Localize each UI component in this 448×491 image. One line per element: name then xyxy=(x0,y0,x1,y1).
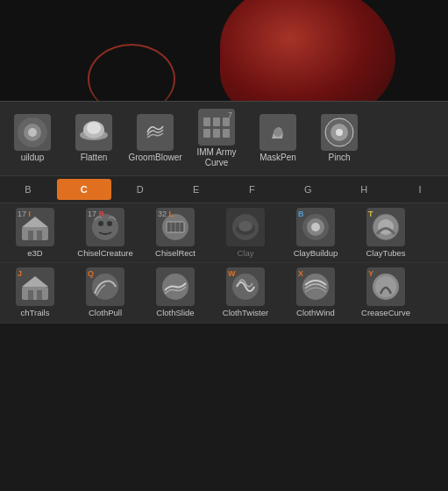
clay-label: Clay xyxy=(237,248,253,258)
clothpull-hotkey: Q xyxy=(88,269,94,278)
brush-chiselcreature-icon: 17 R xyxy=(86,208,124,246)
brush-clay-icon xyxy=(226,208,265,246)
brush-clothwind[interactable]: X ClothWind xyxy=(281,265,351,320)
brush-chtrails-icon: J xyxy=(16,267,54,306)
creasecurve-label: CreaseCurve xyxy=(361,308,410,317)
svg-point-24 xyxy=(107,221,112,226)
brush-imm-army-curve[interactable]: 7 IMM Army Curve xyxy=(186,105,247,172)
svg-point-32 xyxy=(238,221,252,231)
brush-groomblower-icon xyxy=(137,114,174,151)
brush-clothwind-icon: X xyxy=(296,267,335,306)
brush-maskpen-label: MaskPen xyxy=(260,153,296,163)
chiselrect-hotkey: 32 L xyxy=(158,210,174,218)
brush-maskpen-icon xyxy=(260,114,296,151)
svg-point-2 xyxy=(28,128,37,137)
svg-rect-10 xyxy=(203,129,210,138)
svg-rect-41 xyxy=(37,290,42,300)
3d-object xyxy=(220,0,395,101)
brush-imm-label: IMM Army Curve xyxy=(188,147,245,168)
brush-flatten[interactable]: Flatten xyxy=(63,110,124,167)
clothwind-hotkey: X xyxy=(298,269,303,278)
svg-point-23 xyxy=(98,221,103,226)
brush-claytubes-icon: T xyxy=(366,208,405,246)
brush-chiselrect[interactable]: 32 L ChiselRect xyxy=(140,205,210,260)
claybuildup-label: ClayBuildup xyxy=(294,248,338,258)
brush-claybuildup[interactable]: B ClayBuildup xyxy=(281,205,351,260)
svg-rect-39 xyxy=(22,287,48,300)
alpha-btn-d[interactable]: D xyxy=(113,179,167,200)
clothslide-label: ClothSlide xyxy=(156,308,194,317)
svg-point-5 xyxy=(87,122,101,134)
clothtwister-hotkey: W xyxy=(228,269,236,278)
brush-pinch[interactable]: Pinch xyxy=(309,110,370,167)
svg-rect-21 xyxy=(37,231,42,240)
brush-groomblower[interactable]: GroomBlower xyxy=(124,110,186,167)
top-brush-row: uildup Flatten Gr xyxy=(0,102,448,176)
brush-chiselcreature[interactable]: 17 R ChiselCreature xyxy=(70,205,140,260)
brush-chiselrect-icon: 32 L xyxy=(156,208,195,246)
imm-num-badge: 7 xyxy=(228,110,232,119)
brush-clothpull[interactable]: Q ClothPull xyxy=(70,265,140,320)
brush-maskpen[interactable]: MaskPen xyxy=(247,110,309,167)
clothwind-label: ClothWind xyxy=(296,308,335,317)
brush-clay[interactable]: Clay xyxy=(210,205,281,260)
brush-clothpull-icon: Q xyxy=(86,267,124,306)
clothpull-label: ClothPull xyxy=(89,308,122,317)
brush-flatten-label: Flatten xyxy=(81,153,108,163)
alpha-btn-c[interactable]: C xyxy=(57,179,111,200)
brush-flatten-icon xyxy=(75,114,112,151)
alpha-btn-g[interactable]: G xyxy=(281,179,335,200)
claytubes-hotkey: T xyxy=(368,210,373,218)
e3d-hotkey: 17 I xyxy=(18,210,31,218)
svg-rect-8 xyxy=(213,117,220,126)
svg-point-42 xyxy=(92,274,118,300)
svg-rect-7 xyxy=(203,117,210,126)
brush-claybuildup-icon: B xyxy=(296,208,335,246)
svg-rect-11 xyxy=(213,129,220,138)
e3d-label: e3D xyxy=(27,248,42,258)
svg-point-17 xyxy=(336,129,343,136)
brush-groomblower-label: GroomBlower xyxy=(128,153,181,163)
brush-pinch-label: Pinch xyxy=(328,153,350,163)
clothtwister-label: ClothTwister xyxy=(223,308,268,317)
chtrails-label: chTrails xyxy=(21,308,50,317)
svg-point-6 xyxy=(142,119,168,146)
brush-clothtwister-icon: W xyxy=(226,267,265,306)
brush-creasecurve[interactable]: Y CreaseCurve xyxy=(351,265,421,320)
brush-claytubes[interactable]: T ClayTubes xyxy=(351,205,421,260)
viewport-background xyxy=(0,0,448,101)
brush-buildup-label: uildup xyxy=(21,153,45,163)
svg-rect-20 xyxy=(28,231,33,240)
brush-pinch-icon xyxy=(321,114,358,151)
brush-buildup-icon xyxy=(14,114,51,151)
claybuildup-hotkey: B xyxy=(298,210,304,218)
alpha-btn-h[interactable]: H xyxy=(337,179,391,200)
alpha-filter-row: B C D E F G H I xyxy=(0,176,448,203)
chiselcreature-label: ChiselCreature xyxy=(77,248,132,258)
claytubes-label: ClayTubes xyxy=(366,248,405,258)
alpha-btn-b[interactable]: B xyxy=(1,179,55,200)
brush-grid-row-2: J chTrails Q ClothPull xyxy=(0,263,448,323)
creasecurve-hotkey: Y xyxy=(368,269,373,278)
svg-rect-19 xyxy=(22,227,48,240)
brush-buildup[interactable]: uildup xyxy=(2,110,63,167)
brush-clothslide-icon xyxy=(156,267,195,306)
brush-clothslide[interactable]: ClothSlide xyxy=(140,265,210,320)
chiselrect-label: ChiselRect xyxy=(155,248,196,258)
brush-grid-row-1: 17 I e3D 17 R xyxy=(0,203,448,263)
curve-circle xyxy=(88,44,175,101)
brush-e3d-icon: 17 I xyxy=(16,208,54,246)
brush-clothtwister[interactable]: W ClothTwister xyxy=(210,265,281,320)
brush-chtrails[interactable]: J chTrails xyxy=(0,265,70,320)
svg-rect-12 xyxy=(223,129,230,138)
brush-imm-icon: 7 xyxy=(198,109,235,146)
alpha-btn-f[interactable]: F xyxy=(225,179,280,200)
chtrails-hotkey: J xyxy=(18,269,22,278)
alpha-btn-i[interactable]: I xyxy=(393,179,447,200)
brush-e3d[interactable]: 17 I e3D xyxy=(0,205,70,260)
chiselcreature-hotkey: 17 R xyxy=(88,210,104,218)
alpha-btn-e[interactable]: E xyxy=(169,179,224,200)
brush-creasecurve-icon: Y xyxy=(366,267,405,306)
svg-point-14 xyxy=(274,128,282,137)
svg-rect-40 xyxy=(28,290,33,300)
